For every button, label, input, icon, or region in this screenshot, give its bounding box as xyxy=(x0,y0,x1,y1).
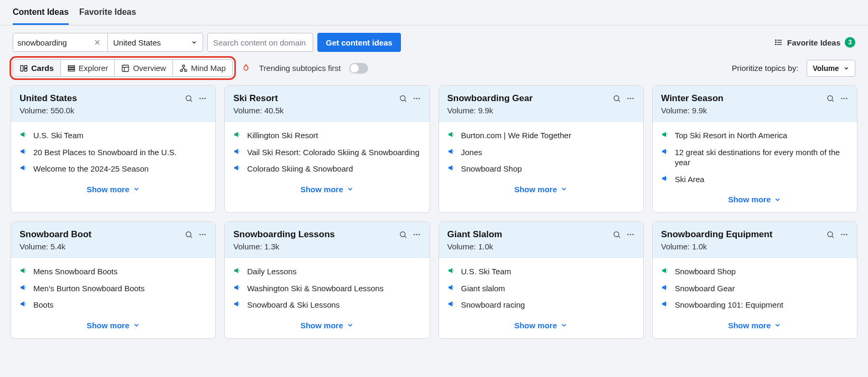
content-item[interactable]: Snowboarding 101: Equipment xyxy=(661,300,848,310)
card-title: Snowboard Boot xyxy=(20,229,92,240)
content-item-text: Colorado Skiing & Snowboard xyxy=(247,164,353,174)
view-explorer[interactable]: Explorer xyxy=(61,60,115,76)
card-search-icon[interactable] xyxy=(399,94,407,103)
card-more-icon[interactable] xyxy=(840,94,848,103)
svg-point-58 xyxy=(828,232,833,237)
svg-point-25 xyxy=(199,98,201,100)
show-more-button[interactable]: Show more xyxy=(653,313,857,338)
card-volume: Volume: 550.0k xyxy=(20,106,207,115)
topic-card: Snowboarding LessonsVolume: 1.3kDaily Le… xyxy=(224,221,430,339)
show-more-button[interactable]: Show more xyxy=(11,313,215,338)
view-overview-label: Overview xyxy=(133,64,166,73)
keyword-clear-icon[interactable] xyxy=(92,39,103,46)
svg-point-48 xyxy=(400,232,405,237)
card-body: Snowboard ShopSnowboard GearSnowboarding… xyxy=(653,258,857,313)
show-more-button[interactable]: Show more xyxy=(653,187,857,212)
list-icon xyxy=(774,38,783,47)
card-search-icon[interactable] xyxy=(826,94,835,103)
content-item[interactable]: Snowboard Gear xyxy=(661,283,848,294)
content-item[interactable]: Colorado Skiing & Snowboard xyxy=(233,164,421,174)
keyword-tag-input[interactable]: snowboarding xyxy=(13,33,108,52)
content-item[interactable]: U.S. Ski Team xyxy=(20,130,207,141)
card-more-icon[interactable] xyxy=(198,230,207,239)
prioritize-value: Volume xyxy=(812,64,839,73)
card-header: Snowboarding LessonsVolume: 1.3k xyxy=(225,222,429,258)
volume-prefix: Volume: xyxy=(661,106,690,115)
topic-card: Snowboard BootVolume: 5.4kMens Snowboard… xyxy=(11,221,216,339)
content-item[interactable]: Killington Ski Resort xyxy=(233,130,421,141)
view-overview[interactable]: Overview xyxy=(115,60,173,76)
view-cards[interactable]: Cards xyxy=(13,60,61,76)
view-explorer-label: Explorer xyxy=(79,64,108,73)
chevron-down-icon xyxy=(560,321,568,329)
card-more-icon[interactable] xyxy=(413,94,421,103)
svg-point-30 xyxy=(414,98,415,100)
card-search-icon[interactable] xyxy=(826,230,835,239)
content-item[interactable]: Snowboard Shop xyxy=(661,266,848,277)
card-more-icon[interactable] xyxy=(840,230,848,239)
domain-search-input[interactable] xyxy=(207,33,313,52)
show-more-button[interactable]: Show more xyxy=(225,177,429,202)
get-content-ideas-button[interactable]: Get content ideas xyxy=(317,33,401,52)
volume-prefix: Volume: xyxy=(447,106,476,115)
svg-point-60 xyxy=(841,234,843,236)
content-item-text: 20 Best Places to Snowboard in the U.S. xyxy=(33,147,177,158)
trending-toggle[interactable] xyxy=(349,63,368,74)
megaphone-icon xyxy=(233,147,242,156)
favorite-ideas-link[interactable]: Favorite Ideas 3 xyxy=(774,37,855,48)
content-item[interactable]: Vail Ski Resort: Colorado Skiing & Snowb… xyxy=(233,147,421,158)
content-item[interactable]: Snowboard racing xyxy=(447,300,635,310)
card-search-icon[interactable] xyxy=(613,94,621,103)
volume-prefix: Volume: xyxy=(233,106,262,115)
volume-prefix: Volume: xyxy=(447,242,476,251)
card-more-icon[interactable] xyxy=(413,230,421,239)
chevron-down-icon xyxy=(774,196,781,203)
svg-point-31 xyxy=(416,98,417,100)
card-header: United StatesVolume: 550.0k xyxy=(11,86,215,122)
content-item[interactable]: Daily Lessons xyxy=(233,266,421,277)
content-item[interactable]: Mens Snowboard Boots xyxy=(20,266,207,277)
show-more-button[interactable]: Show more xyxy=(11,177,215,202)
tab-content-ideas[interactable]: Content Ideas xyxy=(13,0,69,25)
card-more-icon[interactable] xyxy=(198,94,207,103)
content-item[interactable]: Burton.com | We Ride Together xyxy=(447,130,635,141)
content-item[interactable]: Boots xyxy=(20,300,207,310)
content-item[interactable]: Snowboard Shop xyxy=(447,164,635,174)
content-item[interactable]: Washington Ski & Snowboard Lessons xyxy=(233,283,421,294)
megaphone-icon xyxy=(661,147,670,156)
content-item[interactable]: Ski Area xyxy=(661,174,848,185)
content-item[interactable]: Snowboard & Ski Lessons xyxy=(233,300,421,310)
content-item-text: U.S. Ski Team xyxy=(33,130,84,141)
card-volume: Volume: 1.3k xyxy=(233,242,421,251)
country-select[interactable]: United States xyxy=(108,33,203,52)
content-item[interactable]: Jones xyxy=(447,147,635,158)
show-more-button[interactable]: Show more xyxy=(439,177,643,202)
prioritize-select[interactable]: Volume xyxy=(807,60,855,77)
keyword-tag-label: snowboarding xyxy=(17,38,92,47)
card-search-icon[interactable] xyxy=(185,94,193,103)
card-more-icon[interactable] xyxy=(626,94,635,103)
content-item-text: Ski Area xyxy=(675,174,705,185)
card-body: Burton.com | We Ride TogetherJonesSnowbo… xyxy=(439,122,643,177)
card-more-icon[interactable] xyxy=(626,230,635,239)
content-item[interactable]: Men's Burton Snowboard Boots xyxy=(20,283,207,294)
card-search-icon[interactable] xyxy=(613,230,621,239)
card-body: Killington Ski ResortVail Ski Resort: Co… xyxy=(225,122,429,177)
content-item[interactable]: 12 great ski destinations for every mont… xyxy=(661,147,848,168)
content-item[interactable]: Top Ski Resort in North America xyxy=(661,130,848,141)
card-search-icon[interactable] xyxy=(185,230,193,239)
content-item-text: Daily Lessons xyxy=(247,266,296,277)
tab-favorite-ideas[interactable]: Favorite Ideas xyxy=(79,0,136,25)
view-mindmap[interactable]: Mind Map xyxy=(173,60,232,76)
content-item[interactable]: Welcome to the 2024-25 Season xyxy=(20,164,207,174)
content-item[interactable]: U.S. Ski Team xyxy=(447,266,635,277)
svg-rect-13 xyxy=(68,69,75,71)
show-more-button[interactable]: Show more xyxy=(439,313,643,338)
card-search-icon[interactable] xyxy=(399,230,407,239)
card-title: United States xyxy=(20,93,77,104)
svg-point-57 xyxy=(632,234,634,236)
card-title: Snowboarding Gear xyxy=(447,93,533,104)
show-more-button[interactable]: Show more xyxy=(225,313,429,338)
content-item[interactable]: Giant slalom xyxy=(447,283,635,294)
content-item[interactable]: 20 Best Places to Snowboard in the U.S. xyxy=(20,147,207,158)
